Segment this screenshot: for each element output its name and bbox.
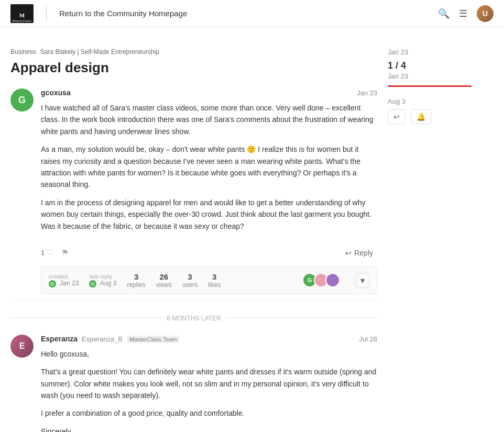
sidebar-icon-group: ↩ 🔔 — [388, 109, 472, 124]
search-icon[interactable]: 🔍 — [438, 8, 450, 19]
post-1-last-reply-date-wrap: G Aug 3 — [89, 280, 116, 287]
post-2-avatar-image: E — [10, 335, 34, 358]
post-1-reply-label: Reply — [354, 249, 373, 257]
sidebar-progress-sub: Jan 23 — [388, 72, 472, 87]
post-1-body: gcoxusa Jan 23 I have watched all of Sar… — [41, 88, 377, 294]
post-2-body: Esperanza Esperanza_B MasterClass Team J… — [41, 335, 377, 432]
post-1-last-reply-label: last reply — [89, 273, 116, 280]
post-1-created-date: G Jan 23 — [49, 280, 79, 287]
masterclass-logo[interactable]: M MasterClass — [10, 4, 34, 23]
post-1-likes-label: likes — [208, 281, 221, 289]
time-separator: 6 MONTHS LATER — [10, 315, 377, 322]
post-1-header: gcoxusa Jan 23 — [41, 88, 377, 97]
post-1-avatar: G — [10, 88, 34, 112]
post-1-reply-button[interactable]: ↩ Reply — [341, 247, 377, 259]
header-nav-link[interactable]: Return to the Community Homepage — [59, 9, 187, 18]
post-1: G gcoxusa Jan 23 I have watched all of S… — [10, 88, 377, 300]
post-2-content: Hello gcoxusa, That's a great question! … — [41, 348, 377, 432]
logo-area: M MasterClass Return to the Community Ho… — [10, 4, 187, 23]
post-2: E Esperanza Esperanza_B MasterClass Team… — [10, 335, 377, 432]
post-1-meta-likes: 3 likes — [208, 272, 221, 289]
sidebar-progress: 1 / 4 — [388, 60, 472, 71]
post-1-meta-av-purple — [325, 273, 340, 287]
post-1-last-reply-date: Aug 3 — [100, 280, 116, 287]
post-2-para-1: That's a great question! You can definit… — [41, 366, 377, 401]
sidebar-reply-button[interactable]: ↩ — [388, 109, 406, 124]
post-1-meta-avatars: G — [302, 273, 340, 287]
sidebar-bell-button[interactable]: 🔔 — [411, 109, 431, 124]
hamburger-menu-icon[interactable]: ☰ — [459, 8, 467, 19]
post-1-meta-g-icon: G — [49, 280, 56, 287]
post-1-para-3: I am in the process of designing apparel… — [41, 197, 377, 232]
post-1-replies-label: replies — [127, 281, 145, 289]
post-1-meta-last-reply: last reply G Aug 3 — [89, 273, 116, 287]
site-header: M MasterClass Return to the Community Ho… — [0, 0, 504, 27]
sidebar-date-2: Aug 3 — [388, 97, 472, 105]
post-1-views-count: 26 — [159, 272, 168, 281]
post-1-date: Jan 23 — [357, 89, 377, 97]
post-1-created-label: created — [49, 273, 79, 280]
post-1-meta-replies: 3 replies — [127, 272, 145, 289]
post-1-meta-g2-icon: G — [89, 280, 96, 287]
svg-text:MasterClass: MasterClass — [13, 19, 31, 23]
post-1-avatar-letter: G — [18, 95, 26, 106]
post-1-meta-created: created G Jan 23 — [49, 273, 79, 287]
breadcrumb-course[interactable]: Sara Blakely | Self-Made Entrepreneurshi… — [40, 48, 159, 56]
post-1-actions: 1 ♡ ⚑ ↩ Reply — [41, 241, 377, 259]
post-2-salutation: Hello gcoxusa, — [41, 348, 377, 360]
breadcrumb: Business Sara Blakely | Self-Made Entrep… — [10, 48, 377, 56]
post-2-badge: MasterClass Team — [127, 336, 180, 343]
post-1-users-count: 3 — [188, 272, 192, 281]
post-1-replies-count: 3 — [134, 272, 138, 281]
post-1-para-1: I have watched all of Sara's master clas… — [41, 102, 377, 137]
post-2-avatar: E — [10, 335, 34, 358]
user-avatar-image: U — [477, 5, 494, 22]
page-title: Apparel design — [10, 60, 377, 76]
post-1-expand-button[interactable]: ▾ — [356, 273, 369, 288]
content-area: Business Sara Blakely | Self-Made Entrep… — [10, 27, 377, 432]
post-2-para-2: I prefer a combination of a good price, … — [41, 407, 377, 419]
post-2-header: Esperanza Esperanza_B MasterClass Team J… — [41, 335, 377, 343]
sidebar-date-1: Jan 23 — [388, 48, 472, 56]
breadcrumb-business[interactable]: Business — [10, 48, 36, 56]
header-actions: 🔍 ☰ U — [438, 5, 494, 22]
post-2-para-3: Sincerely, Esperanza — [41, 426, 377, 432]
post-1-reply-arrow-icon: ↩ — [345, 249, 352, 257]
post-1-heart-icon[interactable]: ♡ — [47, 248, 54, 258]
svg-text:M: M — [19, 12, 25, 18]
post-1-content: I have watched all of Sara's master clas… — [41, 102, 377, 232]
post-1-para-2: As a man, my solution would be, okay – d… — [41, 143, 377, 191]
post-1-like-count: 1 — [41, 249, 45, 257]
user-avatar-header[interactable]: U — [477, 5, 494, 22]
post-1-meta-views: 26 views — [156, 272, 172, 289]
post-1-meta-bar: created G Jan 23 last reply G Aug 3 — [41, 267, 377, 294]
header-divider — [46, 6, 47, 21]
sidebar: Jan 23 1 / 4 Jan 23 Aug 3 ↩ 🔔 — [377, 27, 472, 432]
time-separator-label: 6 MONTHS LATER — [167, 315, 221, 322]
post-2-username: Esperanza — [41, 335, 78, 343]
post-1-likes-count: 3 — [212, 272, 216, 281]
main-container: Business Sara Blakely | Self-Made Entrep… — [0, 27, 504, 432]
post-1-meta-created-date: Jan 23 — [60, 280, 79, 287]
post-2-date: Jul 28 — [359, 335, 377, 343]
post-1-likes-group: 1 ♡ — [41, 248, 54, 258]
post-1-flag-icon[interactable]: ⚑ — [61, 248, 69, 258]
post-1-users-label: users — [182, 281, 198, 289]
post-2-username-secondary: Esperanza_B — [82, 335, 123, 343]
post-1-views-label: views — [156, 281, 172, 289]
post-1-username: gcoxusa — [41, 88, 71, 97]
post-1-meta-users: 3 users — [182, 272, 198, 289]
